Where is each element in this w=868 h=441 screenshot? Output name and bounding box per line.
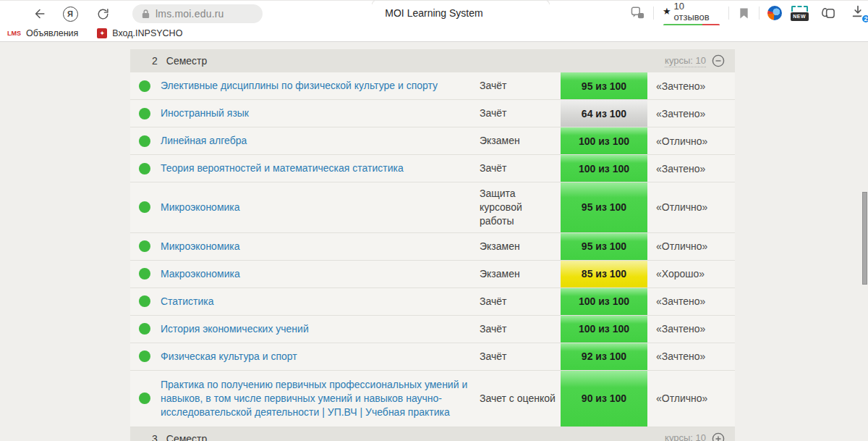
score-badge: 85 из 100 <box>561 261 647 287</box>
grade-text: «Отлично» <box>647 392 735 404</box>
grade-text: «Отлично» <box>647 240 735 252</box>
course-link[interactable]: Элективные дисциплины по физической куль… <box>161 75 480 97</box>
table-row: Макроэкономика Экзамен 85 из 100 «Хорошо… <box>130 261 735 288</box>
score-badge: 100 из 100 <box>561 155 647 182</box>
new-badge: NEW <box>791 12 809 21</box>
table-row: Микроэкономика Защита курсовой работы 95… <box>130 182 735 233</box>
page-content: 2 Семестр курсы: 10 Элективные дисциплин… <box>0 42 868 441</box>
toolbar-separator <box>728 7 729 20</box>
course-link[interactable]: Физическая культура и спорт <box>161 345 480 368</box>
browser-toolbar: MOI Learning System Я lms.moi.edu.ru ★ 1… <box>0 1 868 25</box>
downloads-count-badge: 2 <box>861 14 868 24</box>
browser-chrome: MOI Learning System Я lms.moi.edu.ru ★ 1… <box>0 0 868 41</box>
grade-text: «Отлично» <box>647 135 735 147</box>
status-dot-icon <box>139 268 150 280</box>
grade-text: «Отлично» <box>647 201 735 213</box>
table-row: Теория вероятностей и математическая ста… <box>130 155 735 182</box>
course-link[interactable]: Микроэкономика <box>161 196 480 219</box>
extension-globe-icon[interactable] <box>765 4 783 22</box>
assessment-type: Зачет с оценкой <box>480 387 561 410</box>
reviews-label: 10 отзывов <box>674 1 720 22</box>
table-row: Практика по получению первичных професси… <box>130 371 735 427</box>
courses-count-link[interactable]: курсы: 10 <box>665 55 706 67</box>
grade-text: «Зачтено» <box>647 350 735 362</box>
collections-icon[interactable] <box>820 4 838 22</box>
status-cell <box>130 155 161 182</box>
bookmark-item-announcements[interactable]: LMS Объявления <box>7 28 78 38</box>
status-cell <box>130 72 161 99</box>
status-cell <box>130 371 161 427</box>
grade-text: «Зачтено» <box>647 295 735 307</box>
assessment-type: Зачёт <box>480 102 561 125</box>
assessment-type: Зачёт <box>480 318 561 340</box>
new-episodes-extension-icon[interactable]: NEW <box>791 6 809 21</box>
url-text: lms.moi.edu.ru <box>156 8 224 20</box>
bookmark-label: Вход.INPSYCHO <box>112 28 182 38</box>
grade-text: «Зачтено» <box>647 80 735 92</box>
site-reviews-button[interactable]: ★ 10 отзывов <box>663 1 720 26</box>
downloads-button[interactable]: 2 <box>850 4 868 22</box>
scrollbar-thumb[interactable] <box>862 192 867 285</box>
bookmark-label: Объявления <box>26 28 78 38</box>
assessment-type: Зачёт <box>480 290 561 313</box>
back-button[interactable] <box>30 4 49 23</box>
minus-circle-icon <box>712 54 725 67</box>
course-link[interactable]: Макроэкономика <box>161 263 480 285</box>
semester-number: 3 <box>152 433 158 441</box>
table-row: История экономических учений Зачёт 100 и… <box>130 316 735 343</box>
semester-label: Семестр <box>166 55 208 67</box>
score-badge: 64 из 100 <box>561 100 647 127</box>
yandex-home-button[interactable]: Я <box>61 4 80 23</box>
status-dot-icon <box>139 201 150 213</box>
yandex-logo-icon: Я <box>63 7 78 22</box>
lms-favicon: LMS <box>7 30 21 37</box>
status-dot-icon <box>139 80 150 92</box>
inpsycho-favicon: ✦ <box>97 28 107 38</box>
toolbar-separator <box>759 7 760 20</box>
score-badge: 90 из 100 <box>561 371 647 427</box>
status-dot-icon <box>139 108 150 119</box>
table-row: Микроэкономика Экзамен 95 из 100 «Отличн… <box>130 233 735 261</box>
status-dot-icon <box>139 295 150 307</box>
status-dot-icon <box>139 135 150 147</box>
collapse-semester-button[interactable] <box>712 54 725 67</box>
score-badge: 100 из 100 <box>561 127 647 154</box>
course-link[interactable]: История экономических учений <box>161 318 480 340</box>
status-dot-icon <box>139 350 150 362</box>
score-badge: 95 из 100 <box>561 233 647 260</box>
status-dot-icon <box>139 240 150 252</box>
bookmark-item-inpsycho[interactable]: ✦ Вход.INPSYCHO <box>97 28 182 38</box>
status-cell <box>130 233 161 260</box>
status-cell <box>130 343 161 370</box>
marquee-icon <box>791 6 808 12</box>
status-dot-icon <box>139 392 150 404</box>
expand-semester-button[interactable] <box>712 432 725 441</box>
courses-count-link[interactable]: курсы: 10 <box>665 432 706 441</box>
status-cell <box>130 261 161 287</box>
course-link[interactable]: Статистика <box>161 290 480 313</box>
course-link[interactable]: Линейная алгебра <box>161 130 480 152</box>
assessment-type: Экзамен <box>480 235 561 258</box>
status-cell <box>130 288 161 315</box>
assessment-type: Зачёт <box>480 345 561 368</box>
plus-circle-icon <box>712 432 725 441</box>
bookmarks-bar: LMS Объявления ✦ Вход.INPSYCHO <box>0 25 868 41</box>
course-link[interactable]: Микроэкономика <box>161 235 480 258</box>
back-arrow-icon <box>33 7 47 21</box>
chat-bubbles-icon[interactable] <box>629 4 647 22</box>
status-dot-icon <box>139 323 150 335</box>
score-badge: 95 из 100 <box>561 182 647 232</box>
table-row: Физическая культура и спорт Зачёт 92 из … <box>130 343 735 371</box>
assessment-type: Защита курсовой работы <box>480 182 561 232</box>
table-row: Статистика Зачёт 100 из 100 «Зачтено» <box>130 288 735 316</box>
address-bar[interactable]: lms.moi.edu.ru <box>132 4 263 23</box>
course-link[interactable]: Теория вероятностей и математическая ста… <box>161 157 480 180</box>
course-link[interactable]: Практика по получению первичных професси… <box>161 374 480 424</box>
assessment-type: Экзамен <box>480 130 561 152</box>
refresh-button[interactable] <box>93 4 112 23</box>
course-link[interactable]: Иностранный язык <box>161 102 480 125</box>
score-badge: 95 из 100 <box>561 72 647 99</box>
yandex-logo-letter: Я <box>67 9 73 18</box>
bookmark-button[interactable] <box>735 4 753 22</box>
score-badge: 100 из 100 <box>561 316 647 343</box>
